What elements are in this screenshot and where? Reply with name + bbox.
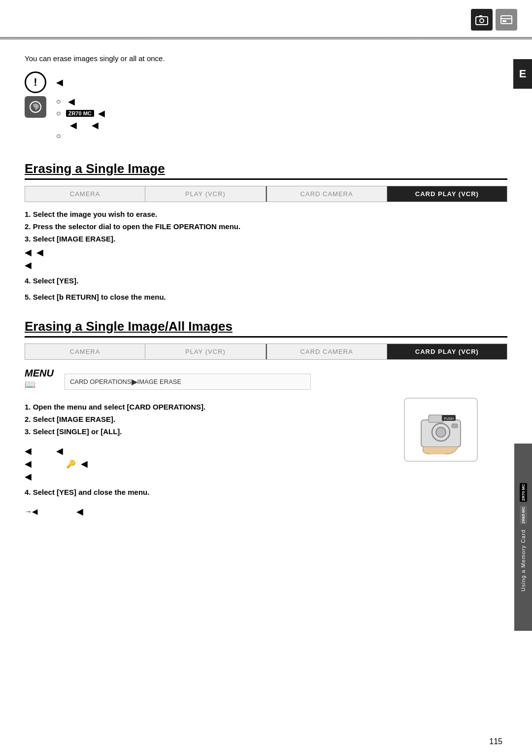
tab-play-vcr-2[interactable]: PLAY (VCR) — [145, 344, 266, 359]
top-icons-area — [471, 9, 517, 31]
arrows-row-2: ◀ — [25, 260, 507, 271]
svg-rect-8 — [429, 415, 443, 422]
menu-crumb-1: CARD OPERATIONS — [70, 378, 132, 385]
tab-card-camera-2[interactable]: CARD CAMERA — [267, 344, 387, 359]
step1-4: 4. Select [YES]. — [25, 276, 507, 285]
arrow-e: ◀ — [56, 446, 63, 456]
step2-4: 4. Select [YES] and close the menu. — [25, 488, 507, 496]
arrow-c: ◀ — [25, 260, 32, 271]
svg-point-10 — [436, 427, 446, 437]
sidebar-right: ZR70 MC ZR65 MC Using a Memory Card — [514, 444, 532, 631]
page-number: 115 — [489, 737, 502, 746]
arrows-row-6: →◀ ◀ — [25, 506, 507, 517]
tab-card-play-vcr-2[interactable]: CARD PLAY (VCR) — [387, 344, 507, 359]
camera-illustration: PUSH — [404, 398, 478, 462]
menu-label-block: MENU 📖 — [25, 368, 60, 390]
svg-rect-3 — [501, 16, 512, 24]
sidebar-badge-1: ZR70 MC — [520, 483, 527, 502]
menu-arrow: ▶ — [132, 377, 137, 386]
sidebar-badge-2: ZR65 MC — [520, 506, 527, 524]
zr70mc-badge: ZR70 MC — [66, 110, 94, 117]
step1-3: 3. Select [IMAGE ERASE]. — [25, 235, 507, 243]
notice-block: ! ◀ ○ ◀ ○ ZR70 MC — [25, 71, 507, 142]
svg-rect-11 — [452, 424, 458, 428]
top-bar — [0, 37, 532, 40]
menu-row: CARD OPERATIONS ▶ IMAGE ERASE — [65, 374, 311, 390]
tab-camera-2[interactable]: CAMERA — [25, 344, 145, 359]
svg-rect-2 — [479, 15, 482, 17]
camera-icon — [471, 9, 493, 31]
svg-rect-5 — [502, 20, 506, 22]
note-text-block: ○ ◀ ○ ZR70 MC ◀ ◀ ◀ ○ — [56, 96, 105, 142]
caution-icon: ! — [25, 71, 46, 93]
arrows-row-5: ◀ — [25, 471, 507, 482]
caution-row: ! ◀ — [25, 71, 507, 93]
arrow-b: ◀ — [36, 247, 43, 258]
step1-2: 2. Press the selector dial to open the F… — [25, 222, 507, 231]
arrow-h: ◀ — [25, 471, 32, 482]
svg-rect-0 — [476, 17, 488, 25]
tab-card-play-vcr-1[interactable]: CARD PLAY (VCR) — [387, 186, 507, 202]
card-icon — [496, 9, 517, 31]
arrow-a: ◀ — [25, 247, 32, 258]
tab-play-vcr-1[interactable]: PLAY (VCR) — [145, 186, 266, 202]
lock-icon: 🔑 — [66, 459, 76, 469]
arrow-i: ◀ — [76, 506, 83, 517]
section2-steps-area: 1. Open the menu and select [CARD OPERAT… — [25, 403, 507, 517]
note-icon — [25, 96, 46, 118]
arrow-f: ◀ — [25, 458, 32, 469]
main-content: You can erase images singly or all at on… — [25, 54, 507, 517]
step1-1: 1. Select the image you wish to erase. — [25, 210, 507, 218]
tab-bar-1: CAMERA PLAY (VCR) CARD CAMERA CARD PLAY … — [25, 186, 507, 202]
menu-area: MENU 📖 CARD OPERATIONS ▶ IMAGE ERASE — [25, 368, 507, 396]
menu-label: MENU — [25, 368, 54, 379]
arrow-right-1: ◀ — [56, 77, 63, 88]
camera-svg: PUSH — [411, 405, 470, 454]
arrow-d: ◀ — [25, 446, 32, 456]
section2-heading: Erasing a Single Image/All Images — [25, 319, 507, 338]
section1-heading: Erasing a Single Image — [25, 161, 507, 180]
tab-card-camera-1[interactable]: CARD CAMERA — [267, 186, 387, 202]
step1-5: 5. Select [b RETURN] to close the menu. — [25, 293, 507, 301]
tab-bar-2: CAMERA PLAY (VCR) CARD CAMERA CARD PLAY … — [25, 344, 507, 360]
intro-text: You can erase images singly or all at on… — [25, 54, 507, 63]
menu-book-icon: 📖 — [25, 379, 35, 389]
menu-crumb-2: IMAGE ERASE — [137, 378, 182, 385]
arrows-row-1: ◀ ◀ — [25, 247, 507, 258]
arrow-g: ◀ — [81, 458, 88, 469]
tab-camera-1[interactable]: CAMERA — [25, 186, 145, 202]
svg-point-1 — [480, 19, 484, 23]
note-block: ○ ◀ ○ ZR70 MC ◀ ◀ ◀ ○ — [25, 96, 507, 142]
svg-text:PUSH: PUSH — [444, 417, 453, 420]
e-tab: E — [513, 59, 532, 89]
sidebar-label: Using a Memory Card — [520, 529, 526, 591]
